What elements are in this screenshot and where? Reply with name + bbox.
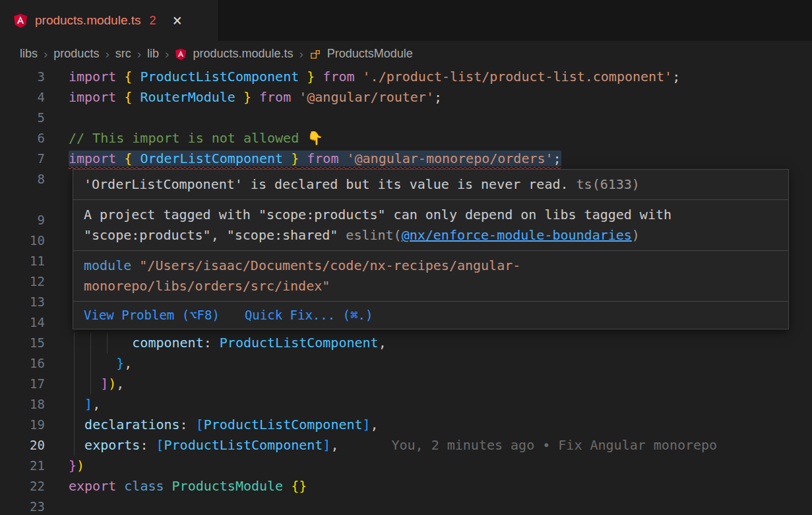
view-problem-action[interactable]: View Problem (⌥F8) xyxy=(84,305,220,326)
chevron-right-icon: › xyxy=(165,47,169,61)
eslint-rule-link[interactable]: @nx/enforce-module-boundaries xyxy=(402,227,632,243)
breadcrumb-item-file[interactable]: products.module.ts xyxy=(193,47,293,61)
token-ws xyxy=(283,478,291,494)
breadcrumb: libs › products › src › lib › products.m… xyxy=(0,41,812,67)
token-blue: ProductListComponent xyxy=(204,417,363,432)
gutter-spacer xyxy=(45,497,69,515)
eslint-message-text: A project tagged with "scope:products" c… xyxy=(84,207,671,223)
line-number[interactable]: 6 xyxy=(0,128,45,149)
git-blame-annotation: You, 2 minutes ago • Fix Angular monorep… xyxy=(391,437,717,453)
chevron-right-icon: › xyxy=(44,47,47,61)
gutter-spacer xyxy=(45,394,69,415)
tab-problems-badge: 2 xyxy=(150,14,156,28)
vscode-window: products.module.ts 2 × libs › products ›… xyxy=(0,0,812,515)
code-line-15[interactable]: 15 component: ProductListComponent, xyxy=(0,333,812,353)
line-content: export class ProductsModule {} xyxy=(69,476,812,497)
gutter-spacer xyxy=(45,108,69,128)
close-icon[interactable]: × xyxy=(173,13,182,28)
line-number[interactable]: 4 xyxy=(0,87,45,108)
line-content: exports: [ProductListComponent],You, 2 m… xyxy=(69,435,812,456)
code-line-16[interactable]: 16 }, xyxy=(0,353,812,374)
code-line-5[interactable]: 5 xyxy=(0,108,812,128)
code-line-3[interactable]: 3import { ProductListComponent } from '.… xyxy=(0,67,812,87)
line-number[interactable]: 16 xyxy=(0,353,45,374)
line-number[interactable]: 18 xyxy=(0,394,45,415)
token-prop: component xyxy=(132,335,203,351)
breadcrumb-item-products[interactable]: products xyxy=(53,47,99,61)
line-number[interactable]: 10 xyxy=(0,230,45,251)
token-b3: } xyxy=(116,355,124,371)
line-number[interactable]: 19 xyxy=(0,415,45,435)
line-number[interactable]: 5 xyxy=(0,108,45,128)
code-line-21[interactable]: 21}) xyxy=(0,456,812,476)
breadcrumb-item-src[interactable]: src xyxy=(115,47,131,61)
gutter-spacer xyxy=(45,128,69,149)
chevron-right-icon: › xyxy=(299,47,303,61)
code-line-4[interactable]: 4import { RouterModule } from '@angular/… xyxy=(0,87,812,108)
tab-products-module[interactable]: products.module.ts 2 × xyxy=(0,0,219,41)
token-b3: [ xyxy=(156,437,164,453)
indent-guide xyxy=(90,353,91,374)
line-number[interactable]: 21 xyxy=(0,456,45,476)
ts-error-code: ts(6133) xyxy=(577,176,640,192)
line-number[interactable]: 20 xyxy=(0,435,45,456)
token-punct: : xyxy=(140,437,156,453)
code-line-19[interactable]: 19 declarations: [ProductListComponent], xyxy=(0,415,812,435)
editor: 3import { ProductListComponent } from '.… xyxy=(0,67,812,515)
token-punct: : xyxy=(204,335,220,351)
token-b3: ] xyxy=(323,437,330,453)
gutter-spacer xyxy=(45,374,69,394)
line-number[interactable]: 22 xyxy=(0,476,45,497)
breadcrumb-item-symbol[interactable]: ProductsModule xyxy=(327,47,413,61)
token-kw: from xyxy=(299,151,346,166)
token-ws xyxy=(69,437,84,453)
line-number[interactable]: 23 xyxy=(0,497,45,515)
quick-fix-action[interactable]: Quick Fix... (⌘.) xyxy=(245,305,373,326)
code-line-20[interactable]: 20 exports: [ProductListComponent],You, … xyxy=(0,435,812,456)
token-b1: { xyxy=(124,89,140,105)
line-content xyxy=(69,497,812,515)
token-kw: export xyxy=(69,478,124,494)
indent-guide xyxy=(90,374,91,394)
line-content: ]), xyxy=(69,374,812,394)
line-number[interactable]: 17 xyxy=(0,374,45,394)
token-b3: [ xyxy=(196,417,204,432)
line-content: import { OrderListComponent } from '@ang… xyxy=(69,149,812,169)
token-kw: import xyxy=(69,151,124,166)
code-line-22[interactable]: 22export class ProductsModule {} xyxy=(0,476,812,497)
indent-guide xyxy=(74,415,75,435)
code-line-18[interactable]: 18 ], xyxy=(0,394,812,415)
line-number[interactable]: 12 xyxy=(0,271,45,292)
angular-icon xyxy=(175,48,187,60)
range-highlight: import { OrderListComponent } from '@ang… xyxy=(69,151,561,166)
code-line-7[interactable]: 7import { OrderListComponent } from '@an… xyxy=(0,149,812,169)
line-content: declarations: [ProductListComponent], xyxy=(69,415,812,435)
line-content: }, xyxy=(69,353,812,374)
code-line-17[interactable]: 17 ]), xyxy=(0,374,812,394)
breadcrumb-item-lib[interactable]: lib xyxy=(147,47,159,61)
tab-title: products.module.ts xyxy=(35,13,141,28)
indent-guide xyxy=(107,333,108,353)
line-number[interactable]: 8 xyxy=(0,169,45,210)
breadcrumb-item-libs[interactable]: libs xyxy=(20,47,38,61)
line-number[interactable]: 9 xyxy=(0,210,45,230)
indent-guide xyxy=(74,394,75,415)
line-number[interactable]: 11 xyxy=(0,251,45,271)
code-line-6[interactable]: 6// This import is not allowed 👇 xyxy=(0,128,812,149)
code-line-23[interactable]: 23 xyxy=(0,497,812,515)
line-number[interactable]: 13 xyxy=(0,292,45,312)
line-number[interactable]: 15 xyxy=(0,333,45,353)
line-number[interactable]: 7 xyxy=(0,149,45,169)
eslint-message-line2: "scope:products", "scope:shared" eslint(… xyxy=(84,225,778,246)
error-squiggle: import { OrderListComponent } from '@ang… xyxy=(69,151,561,166)
module-path: "/Users/isaac/Documents/code/nx-recipes/… xyxy=(139,258,520,273)
tab-bar: products.module.ts 2 × xyxy=(0,0,812,41)
hover-popup: 'OrderListComponent' is declared but its… xyxy=(73,169,789,329)
gutter-spacer xyxy=(45,230,69,251)
token-kw: from xyxy=(251,89,299,105)
line-number[interactable]: 14 xyxy=(0,312,45,333)
line-content: // This import is not allowed 👇 xyxy=(69,128,812,149)
module-keyword: module xyxy=(84,258,131,273)
token-punct: ; xyxy=(672,69,680,85)
line-number[interactable]: 3 xyxy=(0,67,45,87)
